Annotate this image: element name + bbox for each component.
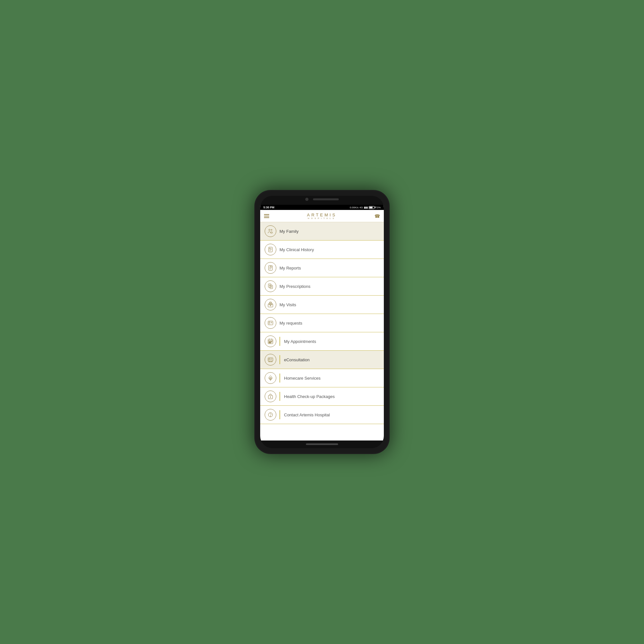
menu-item-health-checkup[interactable]: Health Check-up Packages [260, 387, 384, 406]
my-visits-icon-circle [265, 299, 276, 310]
requests-icon [267, 320, 274, 326]
svg-rect-36 [270, 342, 271, 343]
contact-icon [267, 412, 274, 418]
econsultation-icon-circle [265, 354, 276, 365]
homecare-divider [279, 374, 280, 383]
homecare-services-label: Homecare Services [284, 376, 320, 381]
status-time: 5:30 PM [263, 206, 274, 209]
menu-item-my-requests[interactable]: My requests [260, 314, 384, 332]
signal-type: 4G [359, 206, 363, 209]
visits-icon [267, 301, 274, 308]
my-clinical-history-label: My Clinical History [279, 247, 314, 252]
battery-percent: 73% [375, 206, 381, 209]
camera [305, 198, 308, 201]
battery-fill [369, 207, 373, 208]
appointments-icon [267, 338, 274, 345]
contact-artemis-label: Contact Artemis Hospital [284, 412, 330, 417]
my-visits-label: My Visits [279, 302, 296, 307]
logo-hospitals-text: HOSPITALS [269, 217, 374, 219]
svg-rect-35 [269, 342, 270, 343]
my-requests-icon-circle [265, 317, 276, 329]
battery-icon [369, 206, 374, 209]
clinical-history-icon [267, 246, 274, 253]
hamburger-button[interactable] [264, 214, 269, 218]
econsultation-icon [267, 356, 274, 363]
header-logo: ARTEMIS HOSPITALS [269, 213, 374, 219]
svg-rect-13 [270, 285, 272, 289]
my-appointments-icon-circle [265, 336, 276, 347]
svg-point-0 [269, 229, 270, 231]
contact-artemis-icon-circle [265, 409, 276, 421]
family-icon [267, 228, 274, 234]
reports-icon [267, 265, 274, 271]
svg-point-50 [270, 416, 270, 416]
menu-item-my-appointments[interactable]: My Appointments [260, 332, 384, 351]
svg-point-24 [269, 322, 270, 323]
my-prescriptions-icon-circle [265, 280, 276, 292]
health-checkup-label: Health Check-up Packages [284, 394, 335, 399]
my-requests-label: My requests [279, 321, 302, 326]
health-checkup-icon [267, 393, 274, 400]
signal-bars: ▮▮▮ [364, 206, 368, 209]
phone-top-elements [260, 198, 384, 201]
hamburger-line-1 [264, 214, 269, 215]
menu-item-econsultation[interactable]: eConsultation [260, 351, 384, 369]
phone-bottom-bar [306, 443, 338, 445]
my-reports-icon-circle [265, 262, 276, 274]
menu-item-my-family[interactable]: My Family [260, 222, 384, 241]
menu-item-homecare-services[interactable]: Homecare Services [260, 369, 384, 387]
health-checkup-divider [279, 392, 280, 401]
my-family-label: My Family [279, 229, 298, 234]
phone-inner: 5:30 PM 0.00K/s 4G ▮▮▮ 73% [260, 196, 384, 448]
hamburger-line-2 [264, 216, 269, 216]
phone-call-button[interactable]: ☎ [374, 213, 380, 219]
phone-device: 5:30 PM 0.00K/s 4G ▮▮▮ 73% [254, 190, 390, 454]
homecare-icon [267, 375, 274, 381]
screen: 5:30 PM 0.00K/s 4G ▮▮▮ 73% [260, 205, 384, 440]
my-appointments-label: My Appointments [284, 339, 316, 344]
svg-rect-34 [271, 341, 272, 342]
menu-item-my-visits[interactable]: My Visits [260, 296, 384, 314]
svg-rect-32 [269, 341, 270, 342]
homecare-services-icon-circle [265, 372, 276, 384]
menu-list: My Family My Clinical Hi [260, 222, 384, 440]
menu-item-my-clinical-history[interactable]: My Clinical History [260, 241, 384, 259]
hamburger-line-3 [264, 217, 269, 218]
svg-rect-23 [268, 321, 273, 325]
menu-item-contact-artemis[interactable]: Contact Artemis Hospital [260, 406, 384, 424]
econsultation-divider [279, 355, 280, 364]
app-header: ARTEMIS HOSPITALS ☎ [260, 210, 384, 222]
svg-rect-33 [270, 341, 271, 342]
speaker [313, 198, 339, 200]
svg-point-38 [269, 358, 270, 360]
my-clinical-history-icon-circle [265, 244, 276, 255]
network-speed: 0.00K/s [350, 206, 358, 209]
contact-artemis-divider [279, 410, 280, 419]
my-prescriptions-label: My Prescriptions [279, 284, 310, 289]
prescriptions-icon [267, 283, 274, 289]
svg-point-1 [271, 229, 272, 230]
my-family-icon-circle [265, 225, 276, 237]
health-checkup-icon-circle [265, 391, 276, 402]
my-reports-label: My Reports [279, 266, 301, 270]
logo-artemis-text: ARTEMIS [269, 213, 374, 217]
my-appointments-divider [279, 337, 280, 346]
status-bar: 5:30 PM 0.00K/s 4G ▮▮▮ 73% [260, 205, 384, 210]
econsultation-label: eConsultation [284, 357, 310, 362]
menu-item-my-reports[interactable]: My Reports [260, 259, 384, 277]
menu-item-my-prescriptions[interactable]: My Prescriptions [260, 277, 384, 296]
status-right: 0.00K/s 4G ▮▮▮ 73% [350, 206, 381, 209]
